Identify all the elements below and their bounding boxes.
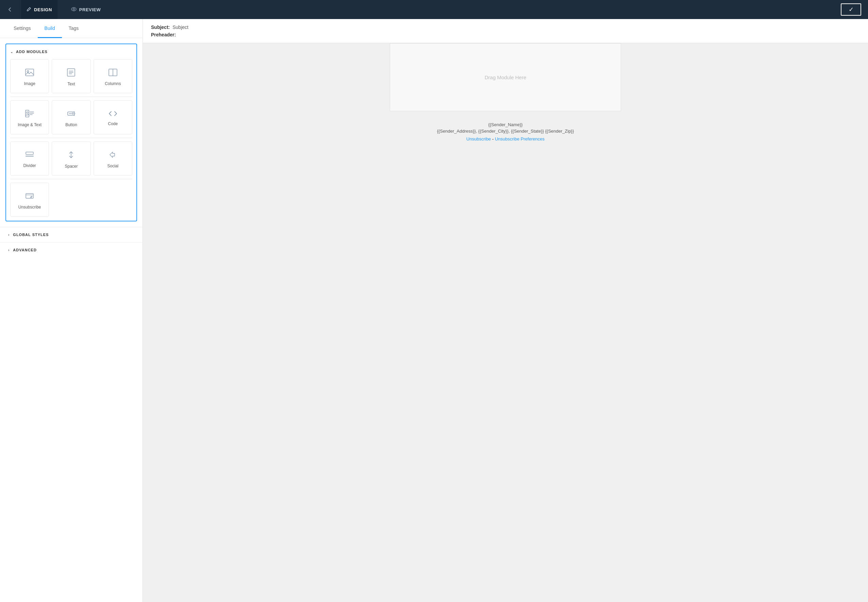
module-image-text[interactable]: Image & Text <box>10 100 49 134</box>
svg-rect-2 <box>26 69 34 76</box>
global-styles-section[interactable]: › GLOBAL STYLES <box>0 227 143 242</box>
subject-label: Subject: <box>151 25 170 30</box>
add-modules-header[interactable]: ⌄ ADD MODULES <box>10 48 132 55</box>
add-modules-bordered: ⌄ ADD MODULES Image <box>5 43 137 221</box>
text-icon <box>67 68 75 78</box>
svg-rect-26 <box>26 194 33 198</box>
confirm-button[interactable]: ✓ <box>841 3 861 15</box>
spacer-icon <box>68 150 74 161</box>
drag-zone[interactable]: Drag Module Here <box>390 43 621 111</box>
module-text[interactable]: Text <box>52 59 91 93</box>
sub-tabs: Settings Build Tags <box>0 19 143 38</box>
module-columns[interactable]: Columns <box>94 59 132 93</box>
footer-address: {{Sender_Address}}, {{Sender_City}}, {{S… <box>398 129 613 134</box>
divider-icon <box>25 151 34 160</box>
eye-icon <box>71 7 77 12</box>
unsubscribe-icon <box>25 192 34 201</box>
svg-point-11 <box>26 112 28 114</box>
module-divider[interactable]: Divider <box>10 141 49 175</box>
columns-icon <box>108 68 118 78</box>
email-footer: {{Sender_Name}} {{Sender_Address}}, {{Se… <box>390 111 621 152</box>
drag-module-text: Drag Module Here <box>485 74 527 80</box>
svg-rect-21 <box>26 152 33 154</box>
chevron-right-icon-2: › <box>8 248 9 252</box>
pencil-icon <box>26 7 31 12</box>
module-image[interactable]: Image <box>10 59 49 93</box>
svg-point-3 <box>27 71 29 72</box>
back-button[interactable] <box>7 6 13 12</box>
check-icon: ✓ <box>849 6 854 13</box>
svg-point-0 <box>71 8 76 11</box>
preheader-value[interactable] <box>178 32 180 37</box>
code-icon <box>108 111 118 118</box>
tab-tags[interactable]: Tags <box>62 19 86 38</box>
email-canvas: Drag Module Here {{Sender_Name}} {{Sende… <box>390 43 621 152</box>
chevron-right-icon: › <box>8 233 9 237</box>
svg-marker-25 <box>110 152 115 157</box>
right-content: Subject: Subject Preheader: Drag Module … <box>143 19 868 602</box>
email-meta: Subject: Subject Preheader: <box>143 19 868 43</box>
unsubscribe-link[interactable]: Unsubscribe <box>466 137 491 141</box>
module-grid: Image Text <box>10 59 132 217</box>
main-layout: Settings Build Tags ⌄ ADD MODULES <box>0 19 868 602</box>
preview-tab-label: PREVIEW <box>79 7 101 12</box>
social-icon <box>109 150 117 160</box>
svg-point-16 <box>72 113 74 114</box>
module-code[interactable]: Code <box>94 100 132 134</box>
module-social[interactable]: Social <box>94 141 132 175</box>
unsubscribe-preferences-link[interactable]: Unsubscribe Preferences <box>495 137 545 141</box>
module-spacer[interactable]: Spacer <box>52 141 91 175</box>
tab-settings[interactable]: Settings <box>7 19 38 38</box>
add-modules-section: ⌄ ADD MODULES Image <box>5 43 137 221</box>
button-icon <box>66 109 76 119</box>
top-nav: DESIGN PREVIEW ✓ <box>0 0 868 19</box>
design-tab[interactable]: DESIGN <box>21 0 57 19</box>
advanced-section[interactable]: › ADVANCED <box>0 242 143 258</box>
module-button[interactable]: Button <box>52 100 91 134</box>
image-text-icon <box>25 109 34 119</box>
preheader-row: Preheader: <box>151 32 860 37</box>
preview-tab[interactable]: PREVIEW <box>66 0 106 19</box>
chevron-down-icon: ⌄ <box>10 50 13 54</box>
module-unsubscribe[interactable]: Unsubscribe <box>10 183 49 217</box>
subject-value[interactable]: Subject <box>172 25 189 30</box>
tab-build[interactable]: Build <box>38 19 62 38</box>
footer-dash: - <box>492 137 495 141</box>
preheader-label: Preheader: <box>151 32 176 37</box>
left-panel: Settings Build Tags ⌄ ADD MODULES <box>0 19 143 602</box>
image-icon <box>25 68 34 78</box>
subject-row: Subject: Subject <box>151 25 860 30</box>
footer-sender-name: {{Sender_Name}} <box>398 122 613 127</box>
svg-point-1 <box>73 9 74 10</box>
design-tab-label: DESIGN <box>34 7 52 12</box>
footer-links: Unsubscribe - Unsubscribe Preferences <box>398 137 613 141</box>
